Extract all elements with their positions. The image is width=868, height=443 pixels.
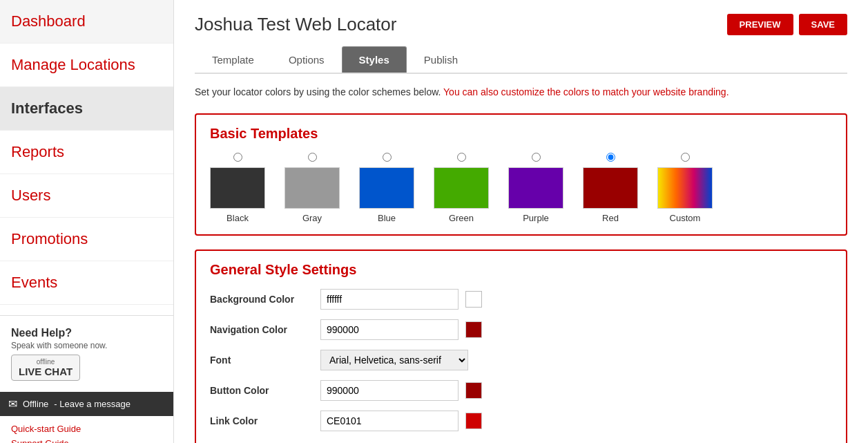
main-header: Joshua Test Web Locator PREVIEW SAVE [195,14,847,35]
button-color-swatch[interactable] [465,382,482,399]
link-color-swatch[interactable] [465,413,482,429]
font-select[interactable]: Arial, Helvetica, sans-serif Georgia, se… [320,350,468,370]
swatch-label-custom: Custom [670,213,701,223]
general-style-section: General Style Settings Background Color … [195,249,847,443]
swatch-radio-red[interactable] [606,153,615,162]
general-style-title: General Style Settings [210,262,832,278]
tab-options[interactable]: Options [271,46,342,73]
save-button[interactable]: SAVE [799,14,847,35]
swatch-red: Red [583,153,638,223]
page-title: Joshua Test Web Locator [195,14,396,35]
swatch-label-blue: Blue [378,213,396,223]
button-color-input[interactable] [320,380,459,401]
swatch-box-green[interactable] [434,167,489,209]
sidebar-item-dashboard[interactable]: Dashboard [0,0,173,44]
swatch-radio-green[interactable] [457,153,466,162]
swatch-label-green: Green [449,213,474,223]
swatch-black: Black [210,153,265,223]
sidebar: Dashboard Manage Locations Interfaces Re… [0,0,174,443]
swatch-gray: Gray [284,153,340,223]
sidebar-item-reports[interactable]: Reports [0,131,173,174]
link-color-label: Link Color [210,415,314,426]
swatch-label-gray: Gray [302,213,322,223]
sidebar-item-interfaces[interactable]: Interfaces [0,87,173,131]
swatch-radio-blue[interactable] [383,153,392,162]
swatch-box-custom[interactable] [657,167,713,209]
sidebar-item-manage-locations[interactable]: Manage Locations [0,44,173,87]
speak-text: Speak with someone now. [11,341,162,350]
link-color-row: Link Color [210,411,832,431]
navigation-color-label: Navigation Color [210,324,314,335]
live-chat-button[interactable]: offline LIVE CHAT [11,355,80,381]
swatch-box-blue[interactable] [359,167,414,209]
swatch-radio-custom[interactable] [681,153,690,162]
font-row: Font Arial, Helvetica, sans-serif Georgi… [210,350,832,370]
main-content: Joshua Test Web Locator PREVIEW SAVE Tem… [174,0,868,443]
header-buttons: PREVIEW SAVE [727,14,847,35]
need-help-title: Need Help? [11,327,162,339]
swatch-box-red[interactable] [583,167,638,209]
swatch-blue: Blue [359,153,414,223]
button-color-row: Button Color [210,380,832,401]
description-text2: You can also customize the colors to mat… [443,86,729,97]
quickstart-link[interactable]: Quick-start Guide [11,422,162,436]
swatch-box-gray[interactable] [284,167,340,209]
swatch-radio-purple[interactable] [532,153,541,162]
live-chat-label: LIVE CHAT [19,366,73,377]
font-label: Font [210,355,314,366]
preview-button[interactable]: PREVIEW [727,14,793,35]
swatch-purple: Purple [508,153,563,223]
navigation-color-input[interactable] [320,319,459,340]
offline-bar[interactable]: ✉ Offline - Leave a message [0,392,173,416]
tabs: Template Options Styles Publish [195,46,847,74]
color-swatches: Black Gray Blue Green [210,153,832,223]
tab-publish[interactable]: Publish [407,46,475,73]
swatch-label-black: Black [226,213,249,223]
sidebar-item-promotions[interactable]: Promotions [0,218,173,261]
tab-styles[interactable]: Styles [342,46,407,73]
tab-template[interactable]: Template [195,46,271,73]
background-color-row: Background Color [210,289,832,310]
swatch-green: Green [434,153,489,223]
button-color-label: Button Color [210,385,314,396]
basic-templates-title: Basic Templates [210,126,832,142]
sidebar-item-users[interactable]: Users [0,174,173,218]
swatch-label-red: Red [602,213,619,223]
navigation-color-swatch[interactable] [465,321,482,338]
navigation-color-row: Navigation Color [210,319,832,340]
description-text1: Set your locator colors by using the col… [195,86,441,97]
link-color-input[interactable] [320,411,459,431]
offline-text: Offline [23,399,48,409]
swatch-custom: Custom [657,153,713,223]
swatch-radio-gray[interactable] [308,153,317,162]
basic-templates-section: Basic Templates Black Gray Blue [195,113,847,236]
chat-offline-label: offline [37,358,55,366]
sidebar-nav: Dashboard Manage Locations Interfaces Re… [0,0,173,315]
swatch-box-black[interactable] [210,167,265,209]
swatch-label-purple: Purple [523,213,549,223]
background-color-swatch[interactable] [465,291,482,308]
support-guide-link[interactable]: Support Guide [11,436,162,443]
background-color-input[interactable] [320,289,459,310]
swatch-box-purple[interactable] [508,167,563,209]
sidebar-links: Quick-start Guide Support Guide API Docu… [0,416,173,443]
sidebar-item-events[interactable]: Events [0,261,173,305]
envelope-icon: ✉ [8,397,17,411]
swatch-radio-black[interactable] [233,153,242,162]
leave-message-link[interactable]: - Leave a message [54,399,131,409]
description: Set your locator colors by using the col… [195,85,847,100]
sidebar-help: Need Help? Speak with someone now. offli… [0,315,173,392]
background-color-label: Background Color [210,294,314,305]
